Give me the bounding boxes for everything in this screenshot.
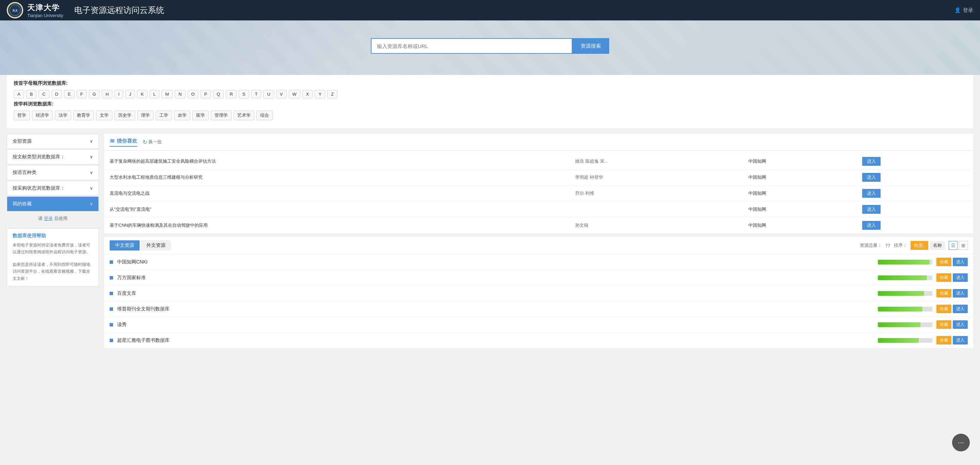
system-title: 电子资源远程访问云系统: [74, 5, 164, 16]
rec-enter-btn-0[interactable]: 进入: [862, 157, 881, 166]
subject-btn-工学[interactable]: 工学: [156, 111, 172, 120]
letter-btn-R[interactable]: R: [226, 90, 236, 98]
letter-btn-Z[interactable]: Z: [327, 90, 337, 98]
res-dot-5: [110, 339, 113, 342]
letter-btn-K[interactable]: K: [137, 90, 148, 98]
login-button[interactable]: 👤 登录: [955, 7, 973, 14]
fav-btn-3[interactable]: 收藏: [936, 305, 951, 313]
sidebar-item-1[interactable]: 按文献类型浏览数据库：∨: [7, 149, 99, 164]
subject-btn-文学[interactable]: 文学: [96, 111, 112, 120]
enter-btn-2[interactable]: 进入: [953, 289, 968, 298]
sidebar-item-3[interactable]: 按采购状态浏览数据库：∨: [7, 181, 99, 196]
search-button[interactable]: 资源搜索: [573, 38, 609, 54]
letter-btn-N[interactable]: N: [175, 90, 185, 98]
enter-btn-5[interactable]: 进入: [953, 336, 968, 344]
university-name-en: Tianjian University: [27, 13, 63, 18]
list-view-icon[interactable]: ☰: [949, 241, 958, 250]
rec-tab-label: 猜你喜欢: [117, 138, 137, 144]
rec-enter-cell-0: 进入: [857, 154, 973, 170]
sort-btn-0[interactable]: 热度↓: [910, 241, 929, 250]
subject-btn-经济学[interactable]: 经济学: [32, 111, 53, 120]
letter-btn-C[interactable]: C: [38, 90, 49, 98]
rec-enter-btn-2[interactable]: 进入: [862, 189, 881, 198]
rec-enter-btn-4[interactable]: 进入: [862, 221, 881, 230]
sidebar-item-4[interactable]: 我的收藏∨: [7, 197, 99, 211]
res-bar-fill-5: [878, 338, 919, 343]
subject-btn-法学[interactable]: 法学: [55, 111, 71, 120]
rec-enter-btn-1[interactable]: 进入: [862, 173, 881, 182]
rec-enter-cell-4: 进入: [857, 217, 973, 233]
letter-btn-W[interactable]: W: [289, 90, 300, 98]
rec-title-2[interactable]: 直流电与交流电之战: [104, 186, 570, 202]
resource-tab-0[interactable]: 中文资源: [110, 240, 140, 251]
sort-btn-1[interactable]: 名称: [930, 241, 945, 250]
letter-btn-F[interactable]: F: [76, 90, 87, 98]
chevron-icon-1: ∨: [90, 154, 93, 159]
alpha-browse-label: 按首字母顺序浏览数据库:: [14, 80, 966, 86]
login-suffix: 后使用: [54, 216, 67, 221]
fav-btn-0[interactable]: 收藏: [936, 258, 951, 266]
grid-view-icon[interactable]: ⊞: [959, 241, 968, 250]
subject-btn-综合[interactable]: 综合: [256, 111, 273, 120]
res-dot-1: [110, 276, 113, 279]
letter-btn-L[interactable]: L: [150, 90, 159, 98]
subject-btn-理学[interactable]: 理学: [137, 111, 154, 120]
subject-btn-教育学[interactable]: 教育学: [73, 111, 94, 120]
subject-btn-医学[interactable]: 医学: [192, 111, 209, 120]
recommendations-section: ≋ 猜你喜欢 ↻ 换一批 基于复杂网络的超高层建筑施工安全风险耦合评估方法 姚浩…: [104, 134, 973, 233]
letter-btn-O[interactable]: O: [188, 90, 199, 98]
rec-author-3: [570, 202, 743, 217]
letter-btn-B[interactable]: B: [26, 90, 37, 98]
rec-enter-btn-3[interactable]: 进入: [862, 205, 881, 214]
subject-btn-管理学[interactable]: 管理学: [211, 111, 232, 120]
rec-title-0[interactable]: 基于复杂网络的超高层建筑施工安全风险耦合评估方法: [104, 154, 570, 170]
fav-btn-1[interactable]: 收藏: [936, 273, 951, 282]
search-input[interactable]: [371, 38, 573, 54]
hero-section: 资源搜索: [0, 21, 980, 75]
letter-btn-T[interactable]: T: [251, 90, 261, 98]
letter-btn-P[interactable]: P: [200, 90, 211, 98]
subject-btn-历史学[interactable]: 历史学: [115, 111, 135, 120]
fav-btn-4[interactable]: 收藏: [936, 320, 951, 329]
resource-tab-1[interactable]: 外文资源: [141, 240, 171, 251]
letter-btn-Q[interactable]: Q: [213, 90, 224, 98]
enter-btn-1[interactable]: 进入: [953, 273, 968, 282]
letter-btn-J[interactable]: J: [125, 90, 135, 98]
rec-source-4: 中国知网: [743, 217, 857, 233]
res-actions-2: 收藏 进入: [936, 289, 968, 298]
res-bar-fill-2: [878, 291, 924, 296]
login-link[interactable]: 登录: [44, 216, 53, 221]
subject-btn-农学[interactable]: 农学: [174, 111, 190, 120]
subject-btn-哲学[interactable]: 哲学: [14, 111, 30, 120]
letter-btn-I[interactable]: I: [115, 90, 123, 98]
refresh-button[interactable]: ↻ 换一批: [143, 139, 162, 145]
rec-title-3[interactable]: 从"交流电"到"直流电": [104, 202, 570, 217]
rec-tab[interactable]: ≋ 猜你喜欢: [110, 137, 137, 147]
letter-btn-E[interactable]: E: [64, 90, 75, 98]
res-actions-1: 收藏 进入: [936, 273, 968, 282]
enter-btn-4[interactable]: 进入: [953, 320, 968, 329]
letter-btn-D[interactable]: D: [51, 90, 62, 98]
res-actions-4: 收藏 进入: [936, 320, 968, 329]
sidebar-item-2[interactable]: 按语言种类∨: [7, 165, 99, 180]
fav-btn-2[interactable]: 收藏: [936, 289, 951, 298]
letter-btn-H[interactable]: H: [102, 90, 112, 98]
letter-btn-X[interactable]: X: [302, 90, 313, 98]
resource-section: 中文资源外文资源 资源总量： 77 排序： 热度↓名称 ☰ ⊞ 中国知网CNKI…: [104, 237, 973, 348]
rec-title-4[interactable]: 基于CNN的车辆快速检测及其在自动驾驶中的应用: [104, 217, 570, 233]
letter-btn-U[interactable]: U: [263, 90, 274, 98]
letter-btn-M[interactable]: M: [161, 90, 173, 98]
letter-btn-V[interactable]: V: [276, 90, 287, 98]
subject-btn-艺术学[interactable]: 艺术学: [234, 111, 255, 120]
letter-btn-A[interactable]: A: [14, 90, 24, 98]
enter-btn-0[interactable]: 进入: [953, 258, 968, 266]
fav-btn-5[interactable]: 收藏: [936, 336, 951, 344]
letter-btn-G[interactable]: G: [89, 90, 100, 98]
sidebar-item-0[interactable]: 全部资源∨: [7, 134, 99, 149]
res-name-0: 中国知网CNKI: [117, 259, 874, 265]
letter-btn-S[interactable]: S: [239, 90, 249, 98]
subject-row: 哲学经济学法学教育学文学历史学理学工学农学医学管理学艺术学综合: [14, 111, 966, 120]
letter-btn-Y[interactable]: Y: [315, 90, 325, 98]
enter-btn-3[interactable]: 进入: [953, 305, 968, 313]
rec-title-1[interactable]: 大型水利水电工程地质信息三维建模与分析研究: [104, 170, 570, 186]
